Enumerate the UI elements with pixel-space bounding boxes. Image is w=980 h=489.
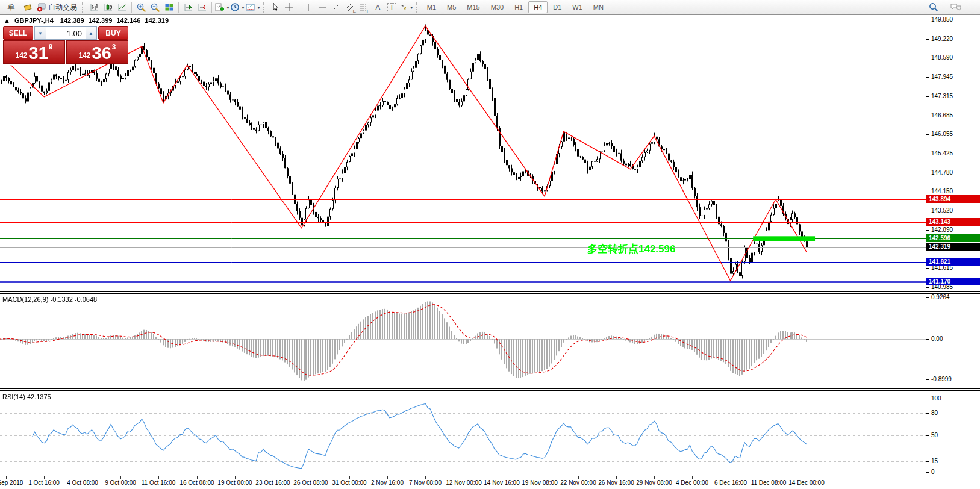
price-axis-label: 147.315: [931, 93, 953, 100]
timeframe-h1[interactable]: H1: [509, 1, 528, 13]
buy-price-button[interactable]: 142 36 3: [66, 40, 128, 64]
tile-windows-icon: [164, 2, 174, 12]
price-axis-label: 146.055: [931, 131, 953, 138]
autotrading-button[interactable]: 自动交易: [34, 1, 80, 14]
time-axis-label: 11 Dec 08:00: [751, 479, 787, 486]
volume-increase-button[interactable]: ▲: [86, 27, 96, 39]
timeframe-m30[interactable]: M30: [485, 1, 509, 13]
vertical-line-tool[interactable]: [302, 1, 316, 14]
macd-axis-tick: [926, 379, 929, 380]
fibonacci-label: F: [367, 8, 370, 14]
time-axis-label: 11 Oct 16:00: [142, 479, 176, 486]
macd-axis-label: 0.9264: [931, 294, 950, 301]
volume-control: ▼ ▲: [34, 26, 97, 40]
zoom-out-button[interactable]: [148, 1, 162, 14]
tile-windows-button[interactable]: [162, 1, 176, 14]
trendline-tool[interactable]: [329, 1, 343, 14]
cursor-button[interactable]: [269, 1, 282, 14]
toolbar-grip[interactable]: [416, 2, 419, 13]
horizontal-line-tool[interactable]: [316, 1, 329, 14]
time-axis-tick: [807, 476, 807, 479]
timeframe-w1[interactable]: W1: [567, 1, 588, 13]
new-order-button[interactable]: 单: [2, 1, 20, 14]
time-axis-tick: [120, 476, 121, 479]
timeframe-mn[interactable]: MN: [588, 1, 609, 13]
time-axis-tick: [349, 476, 350, 479]
arrows-tool[interactable]: ▼: [399, 1, 414, 14]
volume-decrease-button[interactable]: ▼: [35, 27, 46, 39]
pivot-annotation-text: 多空转折点142.596: [587, 242, 675, 256]
dropdown-caret-icon: ▼: [410, 5, 414, 10]
time-axis-label: 19 Oct 00:00: [217, 479, 252, 486]
quote-bar: ▲ GBPJPY-,H4 142.389 142.399 142.146 142…: [4, 17, 171, 24]
price-chart-canvas[interactable]: [0, 15, 926, 291]
timeframe-d1[interactable]: D1: [548, 1, 567, 13]
time-axis-label: 4 Dec 00:00: [676, 479, 708, 486]
zoom-in-button[interactable]: [134, 1, 148, 14]
price-axis-tick: [926, 268, 929, 269]
rsi-axis-tick: [926, 399, 929, 399]
rsi-axis-tick: [926, 435, 929, 436]
time-axis-tick: [464, 476, 464, 479]
buy-button[interactable]: BUY: [98, 26, 128, 40]
time-axis-tick: [731, 476, 731, 479]
arrows-icon: [399, 2, 408, 12]
price-axis-label: 147.945: [931, 73, 953, 81]
sell-button[interactable]: SELL: [3, 26, 33, 40]
rsi-indicator-label: RSI(14) 42.1375: [2, 393, 51, 400]
timeframe-m1[interactable]: M1: [422, 1, 442, 13]
line-chart-button[interactable]: [115, 1, 129, 14]
time-axis-label: 7 Nov 08:00: [409, 479, 442, 486]
timeframe-m5[interactable]: M5: [442, 1, 461, 13]
time-axis-tick: [273, 476, 273, 479]
toolbar-grip[interactable]: [263, 2, 266, 13]
chat-button[interactable]: [949, 1, 963, 14]
toolbar-grip[interactable]: [82, 2, 85, 13]
time-axis: 27 Sep 20181 Oct 16:004 Oct 08:009 Oct 0…: [0, 476, 980, 489]
crosshair-button[interactable]: [282, 1, 296, 14]
dropdown-caret-icon: ▼: [257, 5, 261, 10]
time-axis-tick: [540, 476, 540, 479]
time-axis-label: 6 Dec 16:00: [714, 479, 747, 486]
chart-shift-icon[interactable]: [20, 1, 34, 14]
timeframe-m15[interactable]: M15: [461, 1, 485, 13]
macd-axis-label: 0.00: [931, 335, 943, 343]
price-axis-label: 145.425: [931, 150, 953, 157]
periods-button[interactable]: ▼: [230, 1, 245, 14]
volume-input[interactable]: [46, 27, 86, 39]
clock-icon: [230, 2, 240, 12]
chart-shift-end-button[interactable]: [195, 1, 209, 14]
search-button[interactable]: [926, 1, 940, 14]
time-axis-label: 26 Oct 08:00: [293, 479, 328, 486]
timeframe-group: M1M5M15M30H1H4D1W1MN: [422, 1, 609, 13]
crosshair-icon: [284, 2, 294, 12]
timeframe-h4[interactable]: H4: [528, 1, 548, 13]
price-axis-label: 146.685: [931, 112, 953, 119]
add-indicator-button[interactable]: ▼: [214, 1, 230, 14]
auto-scroll-button[interactable]: [181, 1, 195, 14]
quote-close: 142.319: [145, 17, 169, 24]
templates-button[interactable]: ▼: [245, 1, 261, 14]
chat-icon: [950, 2, 962, 12]
equidistant-channel-tool[interactable]: E: [343, 1, 357, 14]
time-axis-tick: [769, 476, 769, 479]
text-label-tool[interactable]: T: [385, 1, 399, 14]
time-axis-label: 14 Dec 00:00: [788, 479, 825, 486]
rsi-axis-tick: [926, 472, 929, 473]
fibonacci-tool[interactable]: F: [357, 1, 371, 14]
toolbar-separator: [299, 2, 299, 13]
time-axis-tick: [387, 476, 388, 479]
bar-chart-button[interactable]: [87, 1, 101, 14]
yellow-note-icon: [23, 2, 33, 12]
candlestick-chart-button[interactable]: [101, 1, 115, 14]
time-axis-label: 16 Oct 08:00: [179, 479, 214, 486]
add-indicator-icon: [214, 2, 225, 12]
macd-pane-canvas[interactable]: [0, 294, 926, 388]
price-axis-label: 149.850: [931, 16, 953, 23]
price-axis-tick: [926, 192, 929, 192]
rsi-pane-canvas[interactable]: [0, 391, 926, 476]
toolbar-right: [926, 1, 963, 14]
sell-price-button[interactable]: 142 31 9: [3, 40, 65, 64]
text-tool[interactable]: A: [371, 1, 385, 14]
time-axis-label: 14 Nov 16:00: [484, 479, 520, 486]
